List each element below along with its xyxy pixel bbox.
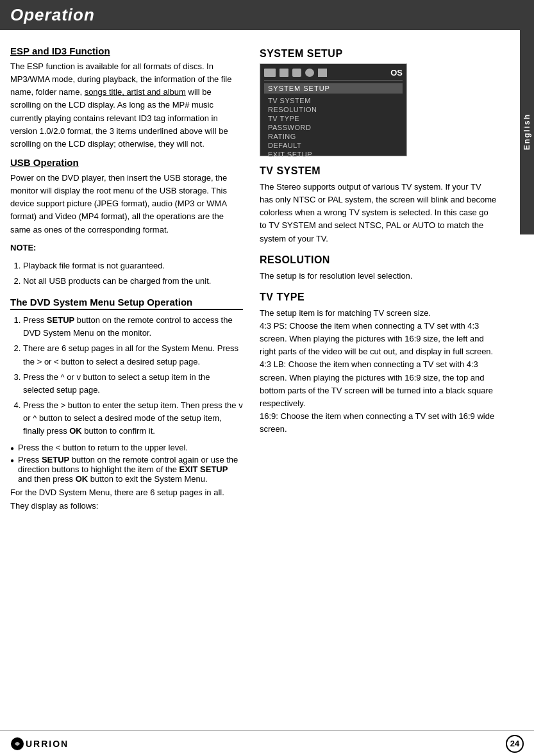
- note-item-1: Playback file format is not guaranteed.: [23, 259, 243, 272]
- img-menu-rating: RATING: [264, 132, 403, 141]
- img-menu-default: DEFAULT: [264, 141, 403, 150]
- page-number: 24: [506, 735, 524, 753]
- furrion-logo-icon: [10, 737, 24, 751]
- esp-heading: ESP and ID3 Function: [10, 45, 243, 56]
- system-setup-heading: SYSTEM SETUP: [260, 48, 497, 60]
- tv-type-heading: TV TYPE: [260, 292, 497, 303]
- img-menu-tv-type: TV TYPE: [264, 114, 403, 123]
- page-footer: URRION 24: [0, 730, 534, 756]
- usb-paragraph: Power on the DVD player, then insert the…: [10, 172, 243, 236]
- page-header: Operation: [0, 0, 534, 30]
- page-title: Operation: [10, 5, 95, 24]
- img-menu-password: PASSWORD: [264, 123, 403, 132]
- dvd-step-3: Press the ^ or v button to select a setu…: [23, 371, 243, 397]
- img-os-label: OS: [390, 68, 403, 78]
- dvd-step-4: Press the > button to enter the setup it…: [23, 399, 243, 438]
- img-icon-music: [280, 69, 288, 77]
- dvd-step-2: There are 6 setup pages in all for the S…: [23, 342, 243, 368]
- img-menu-exit-setup: EXIT SETUP: [264, 150, 403, 159]
- dvd-heading: The DVD System Menu Setup Operation: [10, 297, 243, 310]
- dvd-bullet-2: Press SETUP button on the remote control…: [10, 455, 243, 484]
- note-list: Playback file format is not guaranteed. …: [23, 259, 243, 288]
- language-sidebar: English: [520, 29, 534, 234]
- esp-paragraph: The ESP function is available for all fo…: [10, 60, 243, 151]
- usb-heading: USB Operation: [10, 157, 243, 168]
- tv-system-paragraph: The Stereo supports output of various TV…: [260, 181, 497, 245]
- language-label: English: [522, 113, 531, 150]
- dvd-footer: For the DVD System Menu, there are 6 set…: [10, 486, 243, 512]
- img-icon-disc: [305, 69, 314, 77]
- resolution-heading: RESOLUTION: [260, 254, 497, 266]
- dvd-step-1: Press SETUP button on the remote control…: [23, 314, 243, 340]
- resolution-paragraph: The setup is for resolution level select…: [260, 270, 497, 283]
- dvd-bullet-1: Press the < button to return to the uppe…: [10, 443, 243, 452]
- img-title-bar: SYSTEM SETUP: [264, 83, 403, 94]
- system-setup-image: OS SYSTEM SETUP TV SYSTEM RESOLUTION TV …: [260, 63, 407, 156]
- footer-logo: URRION: [10, 737, 69, 751]
- dvd-steps-list: Press SETUP button on the remote control…: [23, 314, 243, 438]
- img-icon-note: [292, 69, 301, 77]
- img-icon-speaker: [318, 69, 327, 77]
- img-menu-resolution: RESOLUTION: [264, 105, 403, 114]
- note-label: NOTE:: [10, 242, 243, 254]
- img-icon-menu: [264, 69, 276, 77]
- right-column: SYSTEM SETUP OS SYSTEM SETUP TV SYSTEM R…: [253, 39, 516, 528]
- note-item-2: Not all USB products can be charged from…: [23, 275, 243, 288]
- img-menu-tv-system: TV SYSTEM: [264, 96, 403, 105]
- tv-system-heading: TV SYSTEM: [260, 165, 497, 177]
- tv-type-paragraph: The setup item is for matching TV screen…: [260, 307, 497, 436]
- left-column: ESP and ID3 Function The ESP function is…: [0, 39, 253, 528]
- main-content: ESP and ID3 Function The ESP function is…: [0, 39, 534, 528]
- footer-logo-text: URRION: [26, 739, 69, 749]
- img-top-bar: OS: [264, 68, 403, 81]
